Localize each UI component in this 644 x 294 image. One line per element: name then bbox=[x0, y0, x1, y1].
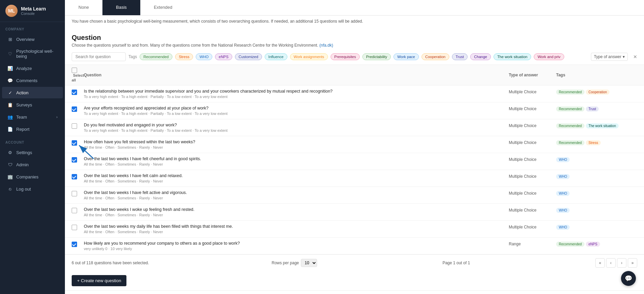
question-sub: All the time · Often · Sometimes · Rarel… bbox=[84, 145, 509, 149]
type-answer-select[interactable]: Type of answer ▾ bbox=[591, 53, 628, 61]
sidebar-item-label: Report bbox=[16, 127, 29, 132]
chevron-down-icon: ▾ bbox=[623, 54, 625, 59]
building-icon: 🏢 bbox=[7, 174, 13, 179]
account-section-label: ACCOUNT bbox=[0, 135, 65, 146]
check-circle-icon: ✓ bbox=[7, 90, 13, 95]
row-checkbox[interactable] bbox=[72, 90, 77, 95]
nfa-link[interactable]: (nfa.dk) bbox=[319, 43, 333, 48]
filter-clear-icon[interactable]: ✕ bbox=[633, 54, 637, 59]
sidebar-item-logout[interactable]: ⎋ Log out bbox=[2, 183, 63, 195]
table-row: Over the last two weeks my daily life ha… bbox=[65, 221, 644, 238]
row-type: Multiple Choice bbox=[509, 123, 556, 128]
question-text: Over the last two weeks I have felt calm… bbox=[84, 173, 509, 178]
sidebar-item-psych[interactable]: ♡ Psychological well-being bbox=[2, 46, 63, 62]
tab-extended[interactable]: Extended bbox=[140, 0, 186, 15]
question-text: Do you feel motivated and engaged in you… bbox=[84, 123, 509, 127]
sidebar-item-surveys[interactable]: 📋 Surveys bbox=[2, 99, 63, 111]
row-checkbox-cell bbox=[72, 190, 84, 196]
row-checkbox[interactable] bbox=[72, 191, 77, 196]
rows-per-page-select[interactable]: 10 25 50 bbox=[301, 259, 317, 267]
row-question: Over the last two weeks I have felt calm… bbox=[84, 173, 509, 183]
chip-change[interactable]: Change bbox=[470, 53, 491, 60]
question-section-desc: Choose the questions yourself to and fro… bbox=[72, 43, 637, 48]
row-tags: RecommendedStress bbox=[556, 140, 637, 145]
logo-text: Meta Learn Console bbox=[21, 6, 46, 16]
row-type: Multiple Choice bbox=[509, 89, 556, 94]
chip-work-priv[interactable]: Work and priv bbox=[534, 53, 564, 60]
row-checkbox[interactable] bbox=[72, 157, 77, 163]
chip-prerequisites[interactable]: Prerequisites bbox=[331, 53, 360, 60]
prev-page-btn[interactable]: ‹ bbox=[606, 258, 616, 268]
logo-area: ML Meta Learn Console bbox=[0, 0, 65, 22]
question-section-title: Question bbox=[72, 34, 637, 42]
row-checkbox[interactable] bbox=[72, 242, 77, 247]
sidebar-item-comments[interactable]: 💬 Comments bbox=[2, 75, 63, 86]
chat-icon: 💬 bbox=[625, 275, 632, 282]
chip-influence[interactable]: Influence bbox=[265, 53, 287, 60]
table-row: Over the last two weeks I woke up feelin… bbox=[65, 204, 644, 221]
chip-work-situation[interactable]: The work situation bbox=[494, 53, 531, 60]
row-tags: WHO bbox=[556, 173, 637, 179]
last-page-btn[interactable]: » bbox=[628, 258, 637, 268]
sidebar-item-settings[interactable]: ⚙ Settings bbox=[2, 147, 63, 158]
row-checkbox[interactable] bbox=[72, 208, 77, 213]
row-tag: Recommended bbox=[556, 123, 585, 128]
sidebar-item-action[interactable]: ✓ Action bbox=[2, 87, 63, 98]
search-input[interactable] bbox=[72, 52, 126, 61]
sidebar-item-report[interactable]: 📄 Report bbox=[2, 123, 63, 135]
select-all-checkbox[interactable]: Select all bbox=[72, 68, 84, 82]
row-checkbox[interactable] bbox=[72, 106, 77, 112]
row-checkbox[interactable] bbox=[72, 140, 77, 146]
sidebar-item-label: Psychological well-being bbox=[16, 49, 57, 59]
row-tag: Trust bbox=[586, 106, 599, 112]
tab-basis[interactable]: Basis bbox=[102, 0, 140, 15]
sidebar-item-team[interactable]: 👥 Team › bbox=[2, 111, 63, 123]
next-page-btn[interactable]: › bbox=[617, 258, 626, 268]
sidebar-item-label: Admin bbox=[16, 162, 29, 167]
tab-none[interactable]: None bbox=[65, 0, 102, 15]
sidebar-item-analyze[interactable]: 📊 Analyze bbox=[2, 63, 63, 74]
row-tags: WHO bbox=[556, 224, 637, 230]
th-type: Type of answer bbox=[509, 73, 556, 77]
chip-who[interactable]: WHO bbox=[196, 53, 212, 60]
users-icon: 👥 bbox=[7, 114, 13, 120]
chip-stress[interactable]: Stress bbox=[175, 53, 193, 60]
row-tag: WHO bbox=[556, 174, 570, 179]
main-content: None Basis Extended You have chosen a ba… bbox=[65, 0, 644, 294]
log-out-icon: ⎋ bbox=[7, 186, 13, 192]
table-row: How likely are you to recommend your com… bbox=[65, 238, 644, 254]
question-text: Over the last two weeks I have felt chee… bbox=[84, 156, 509, 161]
row-tag: Stress bbox=[586, 140, 601, 145]
first-page-btn[interactable]: « bbox=[595, 258, 605, 268]
row-checkbox[interactable] bbox=[72, 225, 77, 230]
sidebar-item-companies[interactable]: 🏢 Companies bbox=[2, 171, 63, 182]
chat-bubble[interactable]: 💬 bbox=[621, 271, 636, 286]
tags-label: Tags bbox=[128, 54, 137, 59]
rows-per-page-control: Rows per page 10 25 50 bbox=[272, 259, 317, 267]
row-question: Over the last two weeks I woke up feelin… bbox=[84, 207, 509, 217]
row-checkbox-cell bbox=[72, 156, 84, 163]
chip-work-pace[interactable]: Work pace bbox=[393, 53, 419, 60]
row-checkbox[interactable] bbox=[72, 123, 77, 129]
chip-work-assignments[interactable]: Work assignments bbox=[290, 53, 328, 60]
row-checkbox[interactable] bbox=[72, 174, 77, 179]
chip-customized[interactable]: Customized bbox=[235, 53, 262, 60]
chip-enps[interactable]: eNPS bbox=[215, 53, 232, 60]
select-all-check[interactable] bbox=[72, 68, 77, 73]
row-tag: Recommended bbox=[556, 106, 585, 112]
chip-recommended[interactable]: Recommended bbox=[140, 53, 172, 60]
chip-predictability[interactable]: Predictability bbox=[362, 53, 391, 60]
sidebar-item-admin[interactable]: 🛡 Admin bbox=[2, 159, 63, 170]
create-new-question-button[interactable]: + Create new question bbox=[72, 275, 126, 286]
type-answer-label: Type of answer bbox=[594, 54, 621, 59]
chip-cooperation[interactable]: Cooperation bbox=[422, 53, 449, 60]
table-row: Over the last two weeks I have felt chee… bbox=[65, 153, 644, 170]
th-tags: Tags bbox=[556, 73, 637, 77]
row-type: Multiple Choice bbox=[509, 156, 556, 162]
row-tags: WHO bbox=[556, 190, 637, 196]
sidebar-item-overview[interactable]: ⊞ Overview bbox=[2, 33, 63, 45]
chip-trust[interactable]: Trust bbox=[452, 53, 468, 60]
questions-table: Select all Question Type of answer Tags … bbox=[65, 65, 644, 254]
row-checkbox-cell bbox=[72, 241, 84, 247]
row-question: Over the last two weeks I have felt chee… bbox=[84, 156, 509, 166]
